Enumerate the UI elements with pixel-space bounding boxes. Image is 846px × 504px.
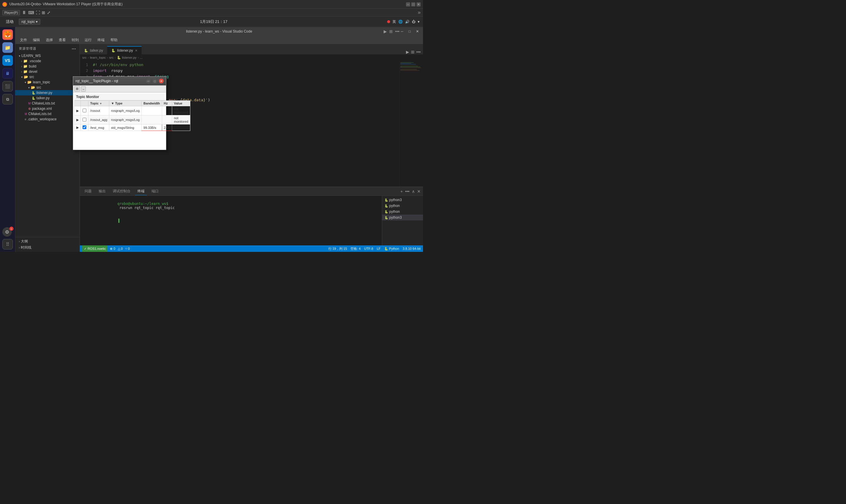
menu-select[interactable]: 选择 bbox=[43, 37, 55, 43]
panel-tab-debug[interactable]: 调试控制台 bbox=[110, 187, 133, 195]
rqt-close-btn[interactable]: ✕ bbox=[159, 79, 164, 83]
timeline-item[interactable]: › 时间线 bbox=[15, 245, 80, 251]
row3-expand[interactable]: ▶ bbox=[75, 124, 81, 131]
dock-monitor-icon[interactable]: 🖥 bbox=[2, 68, 13, 79]
row2-check[interactable] bbox=[81, 115, 88, 124]
fullscreen-icon[interactable]: ⛶ bbox=[36, 10, 40, 15]
vscode-minimize-btn[interactable]: ─ bbox=[399, 29, 405, 34]
col-bandwidth-header[interactable]: Bandwidth bbox=[142, 101, 162, 106]
dock-apps-icon[interactable]: ⠿ bbox=[2, 239, 13, 250]
language-status[interactable]: 🐍 Python bbox=[384, 247, 399, 251]
rqt-toolbar-options-btn[interactable]: – bbox=[81, 86, 86, 92]
tree-item-package-xml[interactable]: ⚙ package.xml bbox=[15, 106, 80, 111]
tree-item-build[interactable]: › 📁 build bbox=[15, 64, 80, 69]
vscode-maximize-btn[interactable]: □ bbox=[407, 29, 412, 34]
bc-listener-py[interactable]: 🐍 listener.py bbox=[117, 56, 137, 59]
tree-item-learn-ws[interactable]: ▾ LEARN_WS bbox=[15, 53, 80, 58]
vmware-maximize-btn[interactable]: □ bbox=[411, 2, 416, 6]
tree-item-cmakelists2[interactable]: M CMakeLists.txt bbox=[15, 111, 80, 116]
terminal-python-2[interactable]: 🐍 python bbox=[382, 209, 423, 215]
tree-item-learn-topic[interactable]: ▾ 📂 learn_topic bbox=[15, 79, 80, 85]
split-editor-icon[interactable]: ⊞ bbox=[389, 29, 393, 34]
rqt-topic-btn[interactable]: rqt_topic ▾ bbox=[19, 19, 40, 25]
ros-noetic-status[interactable]: ✓ ROS1.noetic bbox=[82, 246, 107, 252]
panel-tab-output[interactable]: 输出 bbox=[96, 187, 108, 195]
sidebar-more-btn[interactable]: ••• bbox=[72, 47, 76, 51]
warnings-status[interactable]: △ 0 bbox=[118, 247, 123, 251]
dock-files-icon[interactable]: 📁 bbox=[2, 42, 13, 53]
panel-more-btn[interactable]: ••• bbox=[405, 189, 409, 194]
dock-terminal-icon[interactable]: ⬛ bbox=[2, 81, 13, 92]
rqt-toolbar-refresh-btn[interactable]: ⊞ bbox=[74, 86, 80, 92]
vmware-close-btn[interactable]: ✕ bbox=[417, 2, 421, 6]
version-status[interactable]: 3.8.10 64-bit bbox=[403, 247, 421, 250]
tree-item-cmakelists1[interactable]: M CMakeLists.txt bbox=[15, 101, 80, 106]
row1-checkbox[interactable] bbox=[83, 109, 86, 112]
dock-firefox-icon[interactable]: 🦊 bbox=[2, 29, 13, 40]
add-terminal-btn[interactable]: + bbox=[400, 189, 403, 194]
panel-collapse-btn[interactable]: ∧ bbox=[412, 189, 415, 194]
row2-expand[interactable]: ▶ bbox=[75, 115, 81, 124]
outline-item[interactable]: › 大纲 bbox=[15, 238, 80, 245]
menu-file[interactable]: 文件 bbox=[18, 37, 29, 43]
more-editor-actions-icon[interactable]: ••• bbox=[416, 50, 421, 54]
terminal-python3-1[interactable]: 🐍 python3 bbox=[382, 197, 423, 203]
spaces-status[interactable]: 空格: 4 bbox=[350, 247, 360, 251]
tree-item-devel[interactable]: › 📁 devel bbox=[15, 69, 80, 74]
tree-item-src[interactable]: ▾ 📂 src bbox=[15, 74, 80, 79]
col-topic-header[interactable]: Topic ▼ bbox=[88, 101, 109, 106]
listener-tab-close-btn[interactable]: ✕ bbox=[135, 49, 138, 53]
tab-listener-py[interactable]: 🐍 listener.py ✕ bbox=[107, 46, 142, 54]
dock-vscode-icon[interactable]: VS bbox=[2, 55, 13, 66]
tree-item-vscode[interactable]: › 📁 .vscode bbox=[15, 58, 80, 64]
sound-icon[interactable]: 🔊 bbox=[405, 20, 409, 24]
tree-item-listener-py[interactable]: 🐍 listener.py bbox=[15, 90, 80, 95]
row3-checkbox[interactable] bbox=[83, 125, 86, 129]
network-icon[interactable]: 🌐 bbox=[398, 20, 403, 24]
terminal-content[interactable]: qrobo@ubuntu:~/learn_ws$ rosrun rqt_topi… bbox=[80, 196, 382, 246]
menu-run[interactable]: 运行 bbox=[82, 37, 94, 43]
menu-terminal[interactable]: 终端 bbox=[95, 37, 107, 43]
panel-tab-terminal[interactable]: 终端 bbox=[135, 187, 147, 195]
settings-chevron-icon[interactable]: ▾ bbox=[418, 20, 420, 24]
run-code-icon[interactable]: ▶ bbox=[406, 50, 409, 54]
panel-tab-ports[interactable]: 端口 bbox=[149, 187, 161, 195]
panel-close-btn[interactable]: ✕ bbox=[417, 189, 421, 194]
git-status[interactable]: ⑂ 0 bbox=[125, 247, 130, 250]
panel-tab-problems[interactable]: 问题 bbox=[82, 187, 94, 195]
rqt-minimize-btn[interactable]: ─ bbox=[146, 79, 151, 83]
col-value-header[interactable]: Value bbox=[172, 101, 190, 106]
menu-edit[interactable]: 编辑 bbox=[31, 37, 42, 43]
row1-check[interactable] bbox=[81, 106, 88, 115]
player-btn[interactable]: Player(P) bbox=[2, 10, 20, 15]
bc-src[interactable]: src bbox=[82, 56, 87, 59]
bc-learn-topic[interactable]: learn_topic bbox=[90, 56, 106, 59]
dock-extensions-icon[interactable]: ⧉ bbox=[2, 94, 13, 105]
line-col-status[interactable]: 行 19，列 15 bbox=[329, 247, 347, 251]
col-type-header[interactable]: ▼ Type bbox=[109, 101, 142, 106]
power-icon[interactable]: ⏻ bbox=[412, 20, 416, 24]
menu-view[interactable]: 查看 bbox=[56, 37, 68, 43]
terminal-python3-2[interactable]: 🐍 python3 bbox=[382, 215, 423, 220]
terminal-python-1[interactable]: 🐍 python bbox=[382, 203, 423, 209]
encoding-status[interactable]: UTF-8 bbox=[364, 247, 373, 250]
tab-talker-py[interactable]: 🐍 talker.py bbox=[80, 46, 107, 54]
col-hz-header[interactable]: Hz bbox=[162, 101, 172, 106]
menu-help[interactable]: 帮助 bbox=[108, 37, 120, 43]
unity-icon[interactable]: ⊞ bbox=[42, 10, 45, 15]
line-ending-status[interactable]: LF bbox=[377, 247, 381, 250]
row2-checkbox[interactable] bbox=[83, 118, 86, 122]
pause-icon[interactable]: ⏸ bbox=[22, 10, 27, 15]
rqt-maximize-btn[interactable]: □ bbox=[153, 79, 157, 83]
bc-src2[interactable]: src bbox=[109, 56, 114, 59]
tree-item-talker-py[interactable]: 🐍 talker.py bbox=[15, 95, 80, 101]
run-icon[interactable]: ▶ bbox=[384, 29, 387, 34]
row1-expand[interactable]: ▶ bbox=[75, 106, 81, 115]
bc-more[interactable]: ... bbox=[140, 56, 142, 59]
activities-btn[interactable]: 活动 bbox=[3, 18, 16, 25]
vmware-minimize-btn[interactable]: ─ bbox=[406, 2, 410, 6]
tree-item-src2[interactable]: ▾ 📂 src bbox=[15, 85, 80, 90]
stretch-icon[interactable]: ⤢ bbox=[47, 10, 51, 15]
errors-status[interactable]: ⊗ 0 bbox=[110, 247, 115, 251]
vscode-close-btn[interactable]: ✕ bbox=[414, 29, 421, 34]
